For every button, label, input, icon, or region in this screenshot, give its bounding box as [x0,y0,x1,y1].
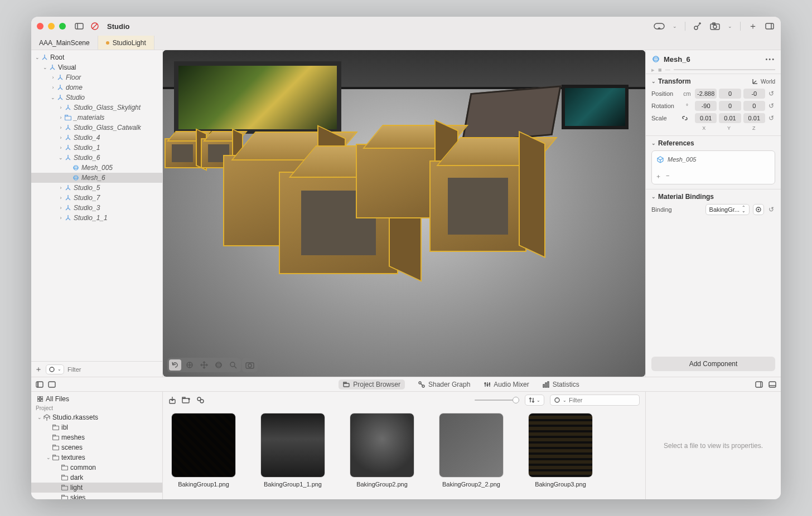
reset-rotation-button[interactable]: ↺ [767,102,775,110]
asset-item[interactable]: BakingGroup2_2.png [436,413,506,495]
asset-item[interactable]: BakingGroup1.png [168,413,239,495]
position-y-field[interactable]: 0 [719,89,741,99]
hierarchy-row[interactable]: ›Studio_1_1 [31,213,162,223]
section-toggle[interactable]: ⌄ [651,194,656,199]
hierarchy-row[interactable]: ›Studio_1 [31,143,162,153]
file-tree-row[interactable]: ibl [31,422,162,432]
hierarchy-row[interactable]: Mesh_6 [31,173,162,183]
hierarchy-row[interactable]: ›Studio_5 [31,183,162,193]
disclosure-chevron-icon[interactable]: ⌄ [35,55,40,60]
space-label[interactable]: World [761,79,775,85]
tab-project-browser[interactable]: Project Browser [339,379,405,390]
add-button[interactable]: ＋ [748,21,757,32]
disclosure-chevron-icon[interactable]: › [58,185,64,191]
hierarchy-row[interactable]: ›Studio_7 [31,193,162,203]
file-tree-row[interactable]: light [31,483,162,493]
position-x-field[interactable]: -2.888 [695,89,717,99]
hierarchy-row[interactable]: ›Studio_3 [31,203,162,213]
disclosure-chevron-icon[interactable]: ⌄ [42,65,48,70]
play-icon[interactable]: ▸ [651,66,655,74]
position-z-field[interactable]: -0 [743,89,765,99]
file-tree-row[interactable]: dark [31,473,162,483]
toggle-inspector-button[interactable] [765,23,774,30]
scale-y-field[interactable]: 0.01 [719,113,741,123]
layout-toggle-b[interactable] [48,381,56,388]
tab-shader-graph[interactable]: Shader Graph [418,381,470,388]
viewport-canvas[interactable] [163,50,645,377]
expand-panel-button[interactable] [768,381,776,388]
thumbnail-zoom-slider[interactable] [475,400,519,401]
browser-filter-mode[interactable]: ⌄ [550,395,640,406]
rotation-z-field[interactable]: 0 [743,101,765,111]
disclosure-chevron-icon[interactable]: › [50,75,56,80]
close-window-button[interactable] [37,23,44,30]
import-button[interactable] [168,396,176,404]
hierarchy-row[interactable]: ›dome [31,82,162,93]
disclosure-chevron-icon[interactable]: › [58,215,64,221]
stop-icon[interactable] [89,21,100,31]
hierarchy-row[interactable]: ›Studio_4 [31,133,162,143]
disclosure-chevron-icon[interactable]: › [58,105,64,110]
rotate-tool-button[interactable] [212,359,225,371]
file-tree-row[interactable]: scenes [31,442,162,452]
stop-icon[interactable]: ■ [658,66,662,73]
reset-scale-button[interactable]: ↺ [767,114,775,122]
reset-binding-button[interactable]: ↺ [767,206,775,213]
reference-item[interactable]: Mesh_005 [655,154,771,164]
sort-button[interactable]: ⌄ [525,395,544,406]
zoom-window-button[interactable] [59,23,66,30]
link-scale-icon[interactable] [682,115,693,121]
new-asset-button[interactable] [196,396,204,404]
add-reference-button[interactable]: ＋ [655,172,661,181]
material-target-button[interactable] [753,204,764,215]
disclosure-chevron-icon[interactable]: › [58,195,64,201]
hierarchy-tree[interactable]: ⌄Root⌄Visual›Floor›dome⌄Studio›Studio_Gl… [31,50,162,361]
timeline-scrubber[interactable]: ▸ ■ — [646,66,781,74]
section-toggle[interactable]: ⌄ [651,140,656,146]
disclosure-chevron-icon[interactable]: › [58,115,64,120]
file-tree-row[interactable]: meshes [31,432,162,442]
all-files-row[interactable]: All Files [31,394,162,404]
disclosure-chevron-icon[interactable]: ⌄ [50,95,56,100]
headset-menu-chevron[interactable]: ⌄ [673,23,677,29]
disclosure-chevron-icon[interactable]: ⌄ [37,415,42,420]
hierarchy-filter-input[interactable] [67,366,159,373]
disclosure-chevron-icon[interactable]: ⌄ [46,455,51,460]
disclosure-chevron-icon[interactable]: › [58,135,64,140]
hierarchy-row[interactable]: ⌄Studio [31,93,162,103]
tab-statistics[interactable]: Statistics [543,381,579,388]
file-tree-row[interactable]: skies [31,493,162,499]
rotation-x-field[interactable]: -90 [695,101,717,111]
hierarchy-row[interactable]: ›Studio_Glass_Catwalk [31,123,162,133]
scale-z-field[interactable]: 0.01 [743,113,765,123]
material-binding-select[interactable]: BakingGr... ⌃⌄ [705,204,750,215]
insert-entity-button[interactable] [693,22,702,31]
move-tool-button[interactable] [198,359,210,371]
disclosure-chevron-icon[interactable]: ⌄ [58,155,64,160]
hierarchy-row[interactable]: Mesh_005 [31,163,162,173]
hierarchy-row[interactable]: ⌄Root [31,52,162,62]
disclosure-chevron-icon[interactable]: › [58,145,64,150]
hierarchy-row[interactable]: ›Floor [31,72,162,82]
section-toggle[interactable]: ⌄ [651,79,656,84]
asset-item[interactable]: BakingGroup2.png [347,413,417,495]
layout-toggle-a[interactable] [36,381,44,388]
asset-item[interactable]: BakingGroup3.png [525,413,596,495]
hierarchy-row[interactable]: ⌄Studio_6 [31,153,162,163]
snapshot-button[interactable] [244,359,256,371]
file-tree-row[interactable]: ⌄textures [31,452,162,463]
disclosure-chevron-icon[interactable]: › [50,85,56,90]
add-component-button[interactable]: Add Component [651,357,775,371]
new-folder-button[interactable] [182,397,191,403]
asset-item[interactable]: BakingGroup1_1.png [258,413,328,495]
camera-menu-chevron[interactable]: ⌄ [728,23,732,29]
reset-position-button[interactable]: ↺ [767,90,775,98]
camera-button[interactable] [710,22,720,30]
file-tree-row[interactable]: ⌄Studio.rkassets [31,412,162,422]
browser-filter-input[interactable] [569,397,636,403]
tab-audio-mixer[interactable]: Audio Mixer [484,381,529,388]
remove-reference-button[interactable]: − [666,172,669,181]
project-file-tree[interactable]: All Files Project ⌄Studio.rkassetsiblmes… [31,392,163,499]
rotation-y-field[interactable]: 0 [719,101,741,111]
orbit-tool-button[interactable] [169,359,181,371]
